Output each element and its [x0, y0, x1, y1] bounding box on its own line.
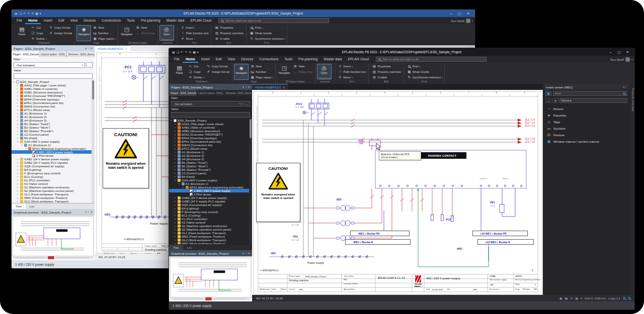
- ribbon-button-small[interactable]: ▥ Property overview: [214, 31, 244, 36]
- filter-dropdown[interactable]: - Not activated -▾: [14, 62, 85, 68]
- ribbon-button-small[interactable]: ✎ Copy format: [49, 25, 73, 30]
- tree-item[interactable]: ▸ A4 (Enclosure 3): [169, 157, 252, 161]
- ribbon-button-small[interactable]: ⊞ In table: [214, 36, 244, 41]
- tree-item[interactable]: ▸ B1 (Station "Feed"): [12, 122, 95, 126]
- qat-icon[interactable]: ❏: [19, 12, 22, 15]
- tree-item[interactable]: ▸ EFA2 (Overview "PROFINET"): [12, 94, 95, 97]
- tree-item[interactable]: ▸ GAB2 (24 V supply PLC signals): [169, 199, 252, 203]
- ribbon-button-small[interactable]: T Insert ▾: [338, 64, 367, 69]
- dropdown-icon[interactable]: ▾: [243, 85, 245, 88]
- insert-center-find-input[interactable]: Find: [553, 91, 627, 96]
- minimize-button[interactable]: –: [607, 50, 614, 54]
- workspace-icon[interactable]: ▣: [559, 296, 562, 300]
- dropdown-icon[interactable]: ▾: [243, 252, 245, 255]
- graphical-preview[interactable]: [169, 256, 252, 301]
- tree-item[interactable]: ▸ EFA4 (Overview topology): [169, 136, 252, 140]
- ribbon-button-small[interactable]: ▥ Property overview: [372, 69, 401, 74]
- zoom-in-icon[interactable]: [623, 297, 625, 299]
- tree-item[interactable]: ▸ AAB1 (Table of contents): [169, 126, 252, 129]
- panel-tab[interactable]: Layout space - ESS_Sa...: [197, 90, 224, 96]
- qat-icon[interactable]: ▤: [15, 12, 18, 15]
- tell-me-search[interactable]: Tell me what you want to do: [218, 18, 329, 23]
- ribbon-button-small[interactable]: ⊞ New: [136, 25, 156, 30]
- tree-item[interactable]: ▸ EC1 (Cooling): [169, 214, 252, 217]
- dropdown-icon[interactable]: ▾: [581, 296, 582, 300]
- layers-icon[interactable]: ▦: [565, 296, 568, 300]
- close-icon[interactable]: ✕: [248, 85, 250, 88]
- ribbon-button-small[interactable]: ⊺ Path function text: [181, 31, 210, 36]
- tree-item[interactable]: ▸ B2 (Station "Work"): [12, 126, 95, 129]
- document-tab[interactable]: =GAA+A1&EFS1/1✕: [95, 45, 130, 51]
- tree-item[interactable]: ▸ EMA3 (Connection list): [12, 104, 95, 108]
- ribbon-button-small[interactable]: Find ▾: [407, 64, 443, 69]
- qat-icon[interactable]: ▾: [40, 12, 41, 15]
- tree-item[interactable]: ▸ GL1 (Feed workpiece: Transport): [12, 192, 95, 196]
- tree-list-tab[interactable]: Tree: [169, 245, 183, 250]
- ribbon-button-small[interactable]: ✐ Assign format: [206, 69, 230, 74]
- close-button[interactable]: ✕: [464, 12, 472, 16]
- tree-item[interactable]: ▾ A1 (Enclosure 1): [169, 182, 252, 185]
- insert-center-item[interactable]: ★ Favorites: [543, 112, 629, 119]
- ribbon-button-small[interactable]: ✐ Assign format: [49, 31, 73, 36]
- ribbon-button-small[interactable]: ⊞ New: [93, 25, 116, 30]
- ribbon-button-large[interactable]: ◳ Navigator: [120, 25, 134, 41]
- tree-item[interactable]: ▸ GAB1 (24 V device power supply): [169, 196, 252, 199]
- ribbon-tab[interactable]: Edit: [55, 17, 67, 24]
- ribbon-tab[interactable]: File: [14, 17, 25, 24]
- tree-scrollbar[interactable]: [92, 79, 95, 203]
- tree-item[interactable]: ▸ MM1 (Feed workpiece: Position): [12, 196, 95, 199]
- insert-center-item[interactable]: ◔ Recent: [543, 106, 629, 112]
- panel-tab[interactable]: Devices - ESS_Sample_...: [224, 90, 252, 96]
- document-tab[interactable]: =GAA+A1&EFS1/1✕: [252, 84, 288, 90]
- ribbon-button-small[interactable]: ↔ Measuring: [293, 69, 313, 74]
- ribbon-button-small[interactable]: № Number: [250, 69, 273, 74]
- ribbon-tab[interactable]: Insert: [198, 56, 213, 63]
- tree-item[interactable]: ▾ EFS1 (Electrical engineering schematic…: [12, 147, 95, 150]
- ribbon-button-small[interactable]: ✕ Delete ▾: [31, 36, 47, 41]
- tree-item[interactable]: ▸ AAA1 (Title page / cover sheet): [12, 83, 95, 87]
- tree-item[interactable]: ▾ A1 (Enclosure 1): [12, 143, 95, 147]
- pin-icon[interactable]: ▫: [246, 85, 247, 88]
- minimize-button[interactable]: –: [447, 12, 455, 16]
- tree-item[interactable]: ▸ A2 (Enclosure 2): [12, 115, 95, 119]
- ribbon-tab[interactable]: Connections: [99, 17, 124, 24]
- close-button[interactable]: ✕: [624, 50, 631, 54]
- tree-item[interactable]: ▸ C2 (Control panel): [169, 171, 252, 175]
- tree-item[interactable]: ▸ EPA1 (Summarized parts list): [12, 101, 95, 104]
- filter-more-button[interactable]: ...: [244, 101, 250, 107]
- tree-item[interactable]: ▸ F (Emergency stop control): [169, 210, 252, 214]
- tree-item[interactable]: ▸ A2 (Enclosure 2): [169, 154, 252, 157]
- tree-item[interactable]: ▸ GAB1 (24 V device power supply): [12, 157, 95, 161]
- tree-item[interactable]: ▸ GL2 (Work workpiece: Transport): [12, 199, 95, 203]
- qat-icon[interactable]: ↻: [31, 12, 34, 15]
- ribbon-tab[interactable]: Master data: [321, 56, 345, 63]
- tree-item[interactable]: 1 400 / 230 V power supply: [169, 189, 252, 192]
- home-icon[interactable]: ⌂: [545, 98, 551, 103]
- qat-icon[interactable]: ▦: [35, 12, 38, 15]
- panel-tab[interactable]: Devices - ESS_Sample_...: [67, 51, 95, 57]
- insert-center-browse-button[interactable]: ▦: [545, 91, 551, 96]
- ribbon-button-small[interactable]: Find ▾: [250, 25, 285, 30]
- pin-icon[interactable]: ▫: [88, 211, 89, 214]
- tree-scrollbar[interactable]: [249, 118, 252, 244]
- tree-item[interactable]: ▸ K1 (PLC controller): [169, 217, 252, 221]
- tree-item[interactable]: ▸ S1 (Machine operation enclosure): [12, 185, 95, 189]
- close-icon[interactable]: ✕: [283, 86, 285, 89]
- tree-item[interactable]: ▸ GL1 (Feed workpiece: Transport): [169, 231, 252, 235]
- tree-item[interactable]: ▸ EA (Lighting): [169, 206, 252, 210]
- ribbon-tab[interactable]: Insert: [41, 17, 55, 24]
- ribbon-button-large[interactable]: ▤ Paste: [172, 64, 187, 80]
- close-icon[interactable]: ✕: [91, 47, 93, 50]
- panel-tab[interactable]: Pages - ESS_Sample_P...: [169, 90, 197, 96]
- ribbon-tab[interactable]: Pre-planning: [295, 56, 321, 63]
- tree-item[interactable]: ▸ S1 (Machine operation enclosure): [169, 224, 252, 228]
- ribbon-button-small[interactable]: ⊞ New: [293, 64, 313, 69]
- ribbon-button-small[interactable]: ✕ Delete ▾: [188, 75, 204, 80]
- ribbon-button-small[interactable]: T Insert ▾: [181, 25, 210, 30]
- ribbon-tab[interactable]: File: [171, 56, 183, 63]
- tree-item[interactable]: ▸ ADB1 (Structure description): [12, 90, 95, 94]
- qat-icon[interactable]: ❏: [177, 50, 179, 54]
- panel-tab[interactable]: Pages - ESS_Sample_P...: [12, 51, 39, 57]
- ribbon-tab[interactable]: Home: [183, 56, 198, 63]
- dropdown-icon[interactable]: ▾: [86, 47, 87, 50]
